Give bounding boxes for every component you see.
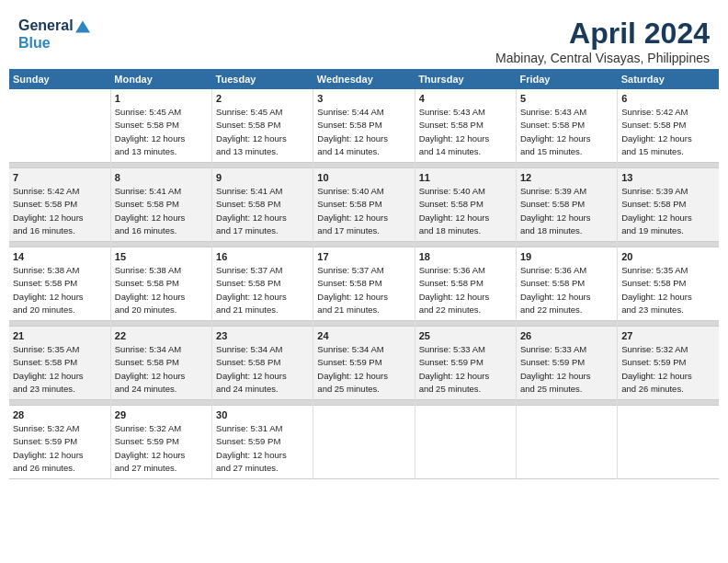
day-number: 21 <box>13 330 107 341</box>
day-info: Sunrise: 5:41 AM Sunset: 5:58 PM Dayligh… <box>115 185 208 237</box>
day-info: Sunrise: 5:44 AM Sunset: 5:58 PM Dayligh… <box>317 106 410 158</box>
day-number: 9 <box>216 172 309 183</box>
day-info: Sunrise: 5:32 AM Sunset: 5:59 PM Dayligh… <box>115 422 208 475</box>
calendar-week-5: 28Sunrise: 5:32 AM Sunset: 5:59 PM Dayli… <box>9 406 719 479</box>
day-number: 6 <box>621 93 715 104</box>
day-number: 28 <box>13 409 107 420</box>
calendar-cell: 3Sunrise: 5:44 AM Sunset: 5:58 PM Daylig… <box>313 89 415 163</box>
day-number: 2 <box>216 93 309 104</box>
day-number: 25 <box>419 330 512 341</box>
calendar-cell: 30Sunrise: 5:31 AM Sunset: 5:59 PM Dayli… <box>212 406 313 479</box>
col-header-thursday: Thursday <box>415 69 516 89</box>
day-number: 27 <box>621 330 715 341</box>
calendar-cell: 12Sunrise: 5:39 AM Sunset: 5:58 PM Dayli… <box>516 168 617 242</box>
day-number: 23 <box>216 330 309 341</box>
calendar-week-4: 21Sunrise: 5:35 AM Sunset: 5:58 PM Dayli… <box>9 327 719 400</box>
calendar-week-3: 14Sunrise: 5:38 AM Sunset: 5:58 PM Dayli… <box>9 247 719 321</box>
calendar-cell: 6Sunrise: 5:42 AM Sunset: 5:58 PM Daylig… <box>618 89 719 163</box>
col-header-friday: Friday <box>516 69 617 89</box>
logo-icon <box>75 20 90 33</box>
calendar-cell: 20Sunrise: 5:35 AM Sunset: 5:58 PM Dayli… <box>618 247 719 321</box>
day-number: 14 <box>13 251 107 262</box>
day-number: 29 <box>115 409 208 420</box>
calendar-cell: 19Sunrise: 5:36 AM Sunset: 5:58 PM Dayli… <box>516 247 617 321</box>
calendar-week-2: 7Sunrise: 5:42 AM Sunset: 5:58 PM Daylig… <box>9 168 719 242</box>
day-number: 8 <box>115 172 208 183</box>
calendar-cell: 25Sunrise: 5:33 AM Sunset: 5:59 PM Dayli… <box>415 327 516 400</box>
calendar-cell: 2Sunrise: 5:45 AM Sunset: 5:58 PM Daylig… <box>212 89 313 163</box>
day-number: 12 <box>520 172 613 183</box>
calendar-cell: 9Sunrise: 5:41 AM Sunset: 5:58 PM Daylig… <box>212 168 313 242</box>
day-number: 20 <box>621 251 715 262</box>
calendar-cell: 15Sunrise: 5:38 AM Sunset: 5:58 PM Dayli… <box>110 247 211 321</box>
day-number: 7 <box>13 172 107 183</box>
day-info: Sunrise: 5:42 AM Sunset: 5:58 PM Dayligh… <box>13 185 107 237</box>
logo-blue-text: Blue <box>18 34 90 52</box>
calendar-cell: 11Sunrise: 5:40 AM Sunset: 5:58 PM Dayli… <box>415 168 516 242</box>
day-info: Sunrise: 5:40 AM Sunset: 5:58 PM Dayligh… <box>317 185 410 237</box>
calendar-cell: 1Sunrise: 5:45 AM Sunset: 5:58 PM Daylig… <box>110 89 211 163</box>
day-number: 16 <box>216 251 309 262</box>
day-number: 10 <box>317 172 410 183</box>
day-number: 22 <box>115 330 208 341</box>
calendar-week-1: 1Sunrise: 5:45 AM Sunset: 5:58 PM Daylig… <box>9 89 719 163</box>
svg-marker-0 <box>75 20 90 32</box>
calendar-cell: 28Sunrise: 5:32 AM Sunset: 5:59 PM Dayli… <box>9 406 110 479</box>
calendar-cell: 7Sunrise: 5:42 AM Sunset: 5:58 PM Daylig… <box>9 168 110 242</box>
title-section: April 2024 Mabinay, Central Visayas, Phi… <box>495 17 710 65</box>
day-info: Sunrise: 5:39 AM Sunset: 5:58 PM Dayligh… <box>621 185 715 237</box>
col-header-sunday: Sunday <box>9 69 110 89</box>
calendar-cell: 24Sunrise: 5:34 AM Sunset: 5:59 PM Dayli… <box>313 327 415 400</box>
header: General Blue April 2024 Mabinay, Central… <box>9 9 719 69</box>
logo: General Blue <box>18 17 90 52</box>
month-title: April 2024 <box>495 17 710 51</box>
calendar-cell: 22Sunrise: 5:34 AM Sunset: 5:58 PM Dayli… <box>110 327 211 400</box>
calendar-cell <box>516 406 617 479</box>
calendar-cell <box>9 89 110 163</box>
day-number: 30 <box>216 409 309 420</box>
calendar-cell: 17Sunrise: 5:37 AM Sunset: 5:58 PM Dayli… <box>313 247 415 321</box>
day-info: Sunrise: 5:32 AM Sunset: 5:59 PM Dayligh… <box>13 422 107 475</box>
day-number: 15 <box>115 251 208 262</box>
day-info: Sunrise: 5:42 AM Sunset: 5:58 PM Dayligh… <box>621 106 715 158</box>
day-info: Sunrise: 5:34 AM Sunset: 5:58 PM Dayligh… <box>115 343 208 396</box>
day-info: Sunrise: 5:33 AM Sunset: 5:59 PM Dayligh… <box>520 343 613 396</box>
day-info: Sunrise: 5:34 AM Sunset: 5:59 PM Dayligh… <box>317 343 410 396</box>
day-info: Sunrise: 5:45 AM Sunset: 5:58 PM Dayligh… <box>115 106 208 158</box>
day-info: Sunrise: 5:32 AM Sunset: 5:59 PM Dayligh… <box>621 343 715 396</box>
calendar-cell <box>415 406 516 479</box>
day-number: 18 <box>419 251 512 262</box>
col-header-tuesday: Tuesday <box>212 69 313 89</box>
day-info: Sunrise: 5:39 AM Sunset: 5:58 PM Dayligh… <box>520 185 613 237</box>
day-info: Sunrise: 5:43 AM Sunset: 5:58 PM Dayligh… <box>520 106 613 158</box>
calendar-cell: 5Sunrise: 5:43 AM Sunset: 5:58 PM Daylig… <box>516 89 617 163</box>
day-info: Sunrise: 5:35 AM Sunset: 5:58 PM Dayligh… <box>621 264 715 316</box>
day-info: Sunrise: 5:33 AM Sunset: 5:59 PM Dayligh… <box>419 343 512 396</box>
calendar-cell: 13Sunrise: 5:39 AM Sunset: 5:58 PM Dayli… <box>618 168 719 242</box>
day-number: 26 <box>520 330 613 341</box>
day-info: Sunrise: 5:31 AM Sunset: 5:59 PM Dayligh… <box>216 422 309 475</box>
day-info: Sunrise: 5:38 AM Sunset: 5:58 PM Dayligh… <box>115 264 208 316</box>
day-number: 13 <box>621 172 715 183</box>
calendar-cell: 21Sunrise: 5:35 AM Sunset: 5:58 PM Dayli… <box>9 327 110 400</box>
calendar-cell: 8Sunrise: 5:41 AM Sunset: 5:58 PM Daylig… <box>110 168 211 242</box>
calendar-cell: 16Sunrise: 5:37 AM Sunset: 5:58 PM Dayli… <box>212 247 313 321</box>
day-number: 1 <box>115 93 208 104</box>
logo-text: General <box>18 17 90 34</box>
calendar-cell: 29Sunrise: 5:32 AM Sunset: 5:59 PM Dayli… <box>110 406 211 479</box>
calendar-cell: 23Sunrise: 5:34 AM Sunset: 5:58 PM Dayli… <box>212 327 313 400</box>
col-header-wednesday: Wednesday <box>313 69 415 89</box>
day-info: Sunrise: 5:36 AM Sunset: 5:58 PM Dayligh… <box>419 264 512 316</box>
day-number: 4 <box>419 93 512 104</box>
day-number: 11 <box>419 172 512 183</box>
calendar-header-row: SundayMondayTuesdayWednesdayThursdayFrid… <box>9 69 719 89</box>
day-info: Sunrise: 5:35 AM Sunset: 5:58 PM Dayligh… <box>13 343 107 396</box>
day-info: Sunrise: 5:40 AM Sunset: 5:58 PM Dayligh… <box>419 185 512 237</box>
day-info: Sunrise: 5:45 AM Sunset: 5:58 PM Dayligh… <box>216 106 309 158</box>
day-info: Sunrise: 5:41 AM Sunset: 5:58 PM Dayligh… <box>216 185 309 237</box>
day-info: Sunrise: 5:38 AM Sunset: 5:58 PM Dayligh… <box>13 264 107 316</box>
calendar-cell: 4Sunrise: 5:43 AM Sunset: 5:58 PM Daylig… <box>415 89 516 163</box>
calendar-cell: 10Sunrise: 5:40 AM Sunset: 5:58 PM Dayli… <box>313 168 415 242</box>
calendar-cell: 26Sunrise: 5:33 AM Sunset: 5:59 PM Dayli… <box>516 327 617 400</box>
col-header-saturday: Saturday <box>618 69 719 89</box>
